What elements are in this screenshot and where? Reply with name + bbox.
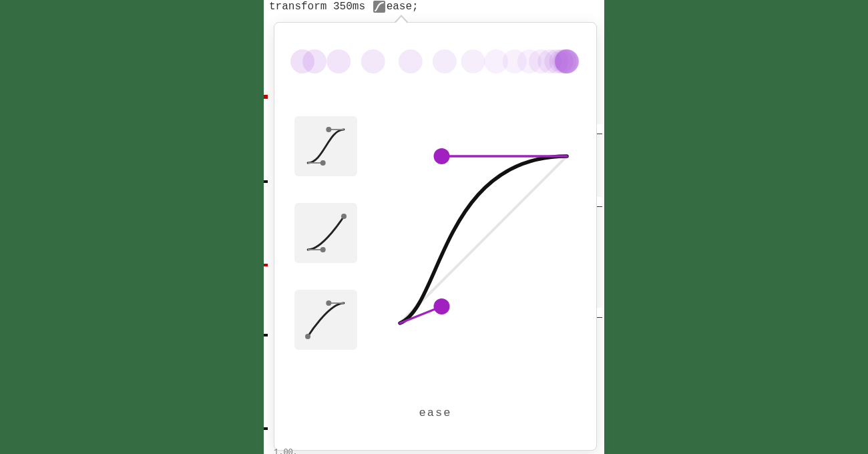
preset-ease-in-out[interactable] [294, 116, 357, 176]
preset-list [294, 116, 357, 350]
css-semicolon: ; [412, 1, 419, 13]
svg-point-2 [327, 49, 351, 73]
bezier-editor-canvas[interactable] [388, 123, 582, 343]
bezier-editor-popover: ease [274, 22, 597, 451]
background-text-peek [597, 308, 602, 318]
svg-point-23 [320, 247, 326, 252]
content-column: transform 350ms ease ; ease 1.00, [264, 0, 604, 454]
preset-ease-out[interactable] [294, 290, 357, 350]
svg-point-3 [361, 49, 385, 73]
gutter-marker [264, 264, 268, 266]
svg-point-1 [302, 49, 327, 73]
gutter-marker [264, 180, 268, 183]
svg-line-29 [400, 156, 567, 323]
background-text-peek [597, 124, 602, 134]
truncated-footer-text: 1.00, [274, 448, 298, 454]
css-timing-text: ease [387, 1, 412, 13]
svg-point-6 [461, 49, 485, 73]
css-declaration: transform 350ms ease ; [269, 0, 419, 13]
background-text-peek [597, 197, 602, 207]
css-property-text: transform 350ms [269, 1, 372, 13]
preset-ease-in[interactable] [294, 203, 357, 263]
gutter-marker [264, 334, 268, 336]
gutter-marker [264, 95, 268, 99]
bezier-handle-p1[interactable] [434, 298, 450, 314]
gutter-marker [264, 427, 268, 430]
svg-point-16 [555, 49, 579, 73]
svg-point-28 [326, 300, 331, 306]
svg-point-4 [399, 49, 423, 73]
velocity-preview [288, 41, 582, 81]
bezier-handle-p2[interactable] [434, 148, 450, 164]
timing-function-name: ease [274, 407, 596, 419]
svg-point-19 [320, 160, 326, 166]
svg-point-5 [433, 49, 457, 73]
page-background: transform 350ms ease ; ease 1.00, [0, 0, 868, 454]
svg-point-27 [305, 334, 310, 339]
svg-point-20 [326, 127, 331, 132]
svg-point-24 [341, 214, 347, 219]
bezier-swatch-icon[interactable] [373, 1, 385, 13]
